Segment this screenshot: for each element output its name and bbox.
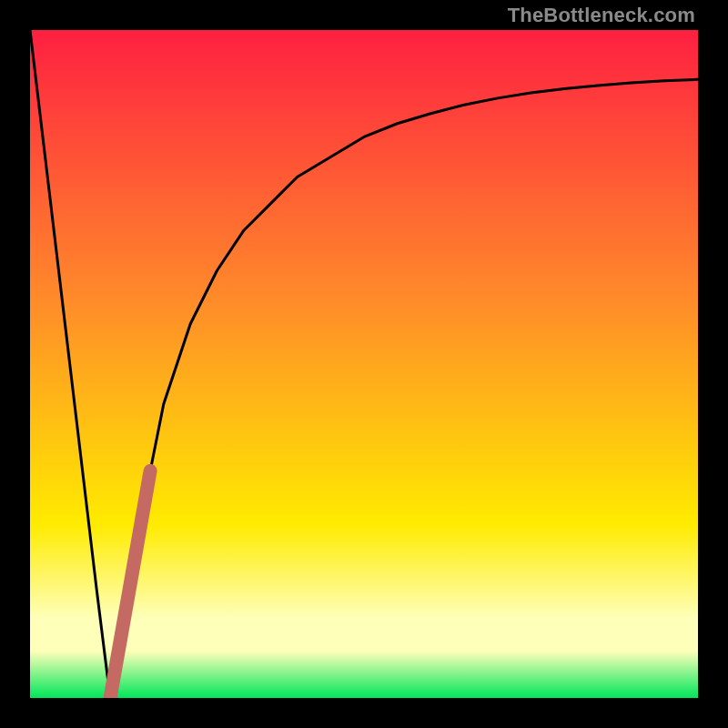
plot-area (30, 30, 698, 698)
chart-frame: TheBottleneck.com (0, 0, 728, 728)
watermark-text: TheBottleneck.com (508, 4, 695, 27)
highlighted-range (110, 470, 150, 698)
curve-layer (30, 30, 698, 698)
